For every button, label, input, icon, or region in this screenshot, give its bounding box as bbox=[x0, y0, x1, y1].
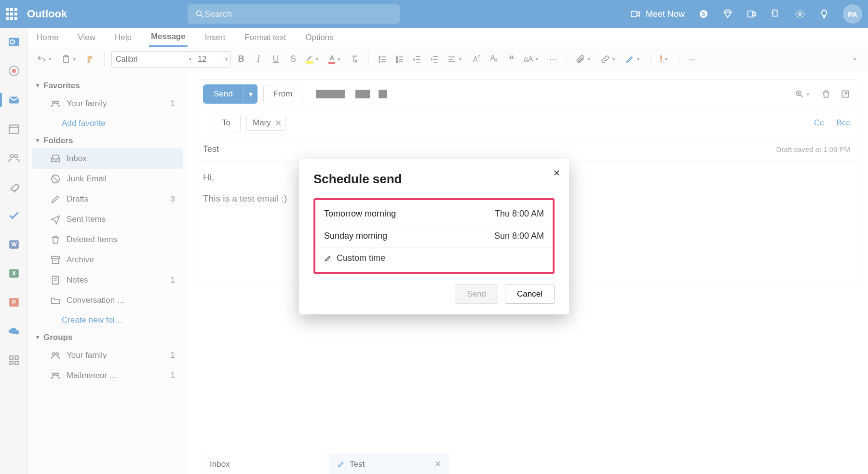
dialog-title: Schedule send bbox=[313, 172, 555, 187]
schedule-option-custom[interactable]: Custom time bbox=[317, 247, 551, 269]
close-dialog-icon[interactable]: ✕ bbox=[553, 168, 560, 178]
schedule-option-sunday[interactable]: Sunday morning Sun 8:00 AM bbox=[317, 225, 551, 247]
pencil-icon bbox=[324, 255, 332, 262]
schedule-options-highlight: Tomorrow morning Thu 8:00 AM Sunday morn… bbox=[313, 198, 555, 274]
schedule-send-dialog: Schedule send ✕ Tomorrow morning Thu 8:0… bbox=[299, 159, 569, 314]
schedule-option-tomorrow[interactable]: Tomorrow morning Thu 8:00 AM bbox=[317, 203, 551, 225]
dialog-cancel-button[interactable]: Cancel bbox=[505, 284, 555, 304]
dialog-send-button: Send bbox=[455, 284, 498, 304]
modal-overlay: Schedule send ✕ Tomorrow morning Thu 8:0… bbox=[0, 0, 868, 474]
